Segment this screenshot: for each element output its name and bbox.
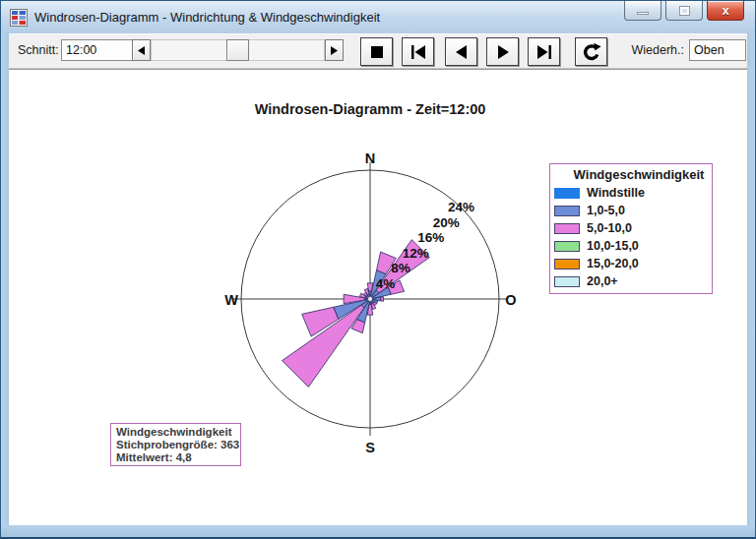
legend-item: 20,0+ [554,272,706,290]
legend-item: 15,0-20,0 [554,255,706,272]
legend-item: 5,0-10,0 [554,219,706,237]
compass-east-label: O [505,292,516,308]
repeat-icon [582,42,601,62]
skip-to-start-icon [409,42,428,62]
stop-icon [367,42,387,62]
legend-item: 10,0-15,0 [554,237,706,255]
legend-swatch [554,188,580,199]
window-frame-bottom [0,525,756,539]
window-frame-left [0,33,9,525]
legend-swatch [554,206,580,216]
stats-title: Windgeschwindigkeit [116,426,235,439]
slider-left-button[interactable] [132,39,151,61]
previous-button[interactable] [445,37,477,66]
app-window: Windrosen-Diagramm - Windrichtung & Wind… [0,0,756,539]
schnitt-label: Schnitt: [18,43,59,57]
left-arrow-icon [138,46,146,55]
legend-box: Windgeschwindigkeit Windstille1,0-5,05,0… [549,163,713,294]
close-icon: x [722,4,728,17]
titlebar: Windrosen-Diagramm - Windrichtung & Wind… [0,0,756,33]
legend-swatch [554,241,580,252]
legend-label: Windstille [587,186,645,200]
window-frame-right [747,33,756,525]
stats-sample-size: Stichprobengröße: 363 [116,439,235,451]
right-arrow-icon [331,46,339,55]
time-slider-track[interactable] [151,39,325,61]
slider-right-button[interactable] [325,39,344,61]
close-button[interactable]: x [707,1,744,21]
rose-center [368,297,373,302]
legend-items: Windstille1,0-5,05,0-10,010,0-15,015,0-2… [554,184,706,290]
compass-north-label: N [365,150,375,166]
stats-box: Windgeschwindigkeit Stichprobengröße: 36… [110,423,241,466]
window-title: Windrosen-Diagramm - Windrichtung & Wind… [34,10,380,25]
stats-mean: Mittelwert: 4,8 [116,451,235,464]
compass-south-label: S [365,440,375,455]
minimize-button[interactable] [624,1,662,21]
ring-label: 8% [391,261,410,275]
legend-label: 20,0+ [587,274,618,288]
next-button[interactable] [486,37,519,66]
ring-label: 12% [403,246,429,261]
stop-button[interactable] [360,37,393,66]
legend-swatch [554,223,580,234]
legend-swatch [554,276,580,287]
first-button[interactable] [402,37,434,66]
legend-swatch [554,259,580,270]
ring-label: 4% [376,276,396,291]
legend-label: 10,0-15,0 [587,239,639,253]
legend-item: Windstille [554,184,706,202]
compass-west-label: W [224,292,238,308]
skip-to-end-icon [535,42,554,62]
legend-label: 1,0-5,0 [587,204,625,217]
legend-label: 15,0-20,0 [587,257,639,270]
maximize-icon [680,7,689,15]
rose-petal-segment [381,297,384,302]
ring-label: 24% [448,200,474,214]
ring-label: 16% [417,230,444,245]
time-slider-thumb[interactable] [226,39,249,61]
repeat-button[interactable] [575,37,607,66]
rose-ring-labels: 4%8%12%16%20%24% [376,200,474,290]
step-back-icon [452,42,472,62]
wiederh-input[interactable] [689,39,746,61]
legend-item: 1,0-5,0 [554,202,706,219]
last-button[interactable] [528,37,560,66]
wiederh-label: Wiederh.: [628,43,684,57]
ring-label: 20% [433,215,460,230]
legend-title: Windgeschwindigkeit [554,166,706,184]
step-forward-icon [493,42,513,62]
minimize-icon [637,12,649,15]
maximize-button[interactable] [665,1,703,21]
legend-label: 5,0-10,0 [587,221,632,235]
app-icon [10,9,28,27]
chart-canvas: Windrosen-Diagramm - Zeit=12:00 4%8%12%1… [9,69,747,525]
schnitt-input[interactable] [61,39,133,61]
